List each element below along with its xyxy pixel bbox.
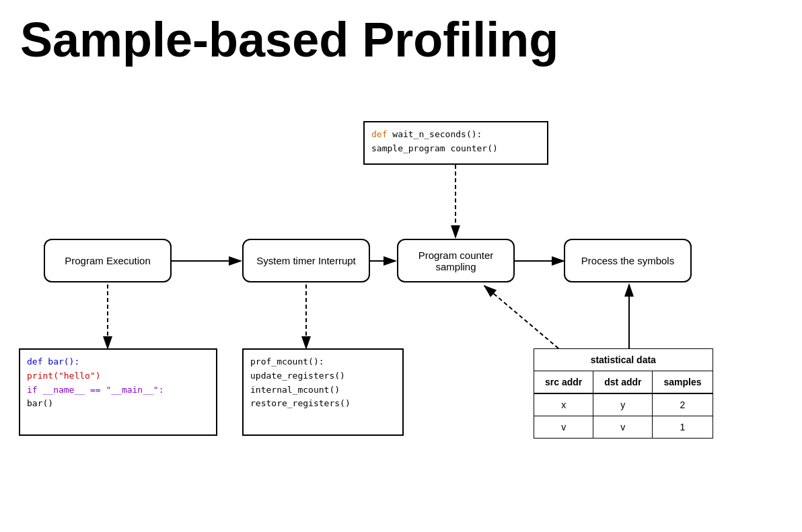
code-bar-line2: print("hello")	[27, 369, 209, 383]
row1-src: x	[534, 393, 593, 416]
code-wait-box: def wait_n_seconds(): sample_program cou…	[363, 121, 548, 165]
row2-src: v	[534, 416, 593, 439]
col-samples: samples	[653, 371, 713, 394]
arrows-svg	[0, 108, 802, 532]
row1-dst: y	[593, 393, 653, 416]
flow-box-prog-exec: Program Execution	[44, 239, 172, 282]
col-src-addr: src addr	[534, 371, 593, 394]
table-col-headers: src addr dst addr samples	[534, 371, 713, 394]
flow-box-sys-timer: System timer Interrupt	[242, 239, 370, 282]
code-prof-line2: update_registers()	[250, 369, 396, 383]
pc-sampling-label: Program counter sampling	[418, 250, 494, 272]
diagram-area: Program Execution System timer Interrupt…	[0, 108, 802, 532]
row1-samples: 2	[653, 393, 713, 416]
code-prof-line4: restore_registers()	[250, 397, 396, 411]
code-bar-line4: bar()	[27, 397, 209, 411]
sys-timer-label: System timer Interrupt	[256, 255, 356, 266]
table-row: v v 1	[534, 416, 713, 439]
code-bar-box: def bar(): print("hello") if __name__ ==…	[19, 348, 217, 436]
row2-dst: v	[593, 416, 653, 439]
code-bar-line1: def bar():	[27, 355, 209, 369]
svg-line-8	[484, 286, 558, 348]
table-header-label: statistical data	[534, 349, 713, 371]
col-dst-addr: dst addr	[593, 371, 653, 394]
code-wait-line2: sample_program counter()	[371, 142, 540, 156]
row2-samples: 1	[653, 416, 713, 439]
table-header-span-row: statistical data	[534, 349, 713, 371]
code-prof-box: prof_mcount(): update_registers() intern…	[242, 348, 404, 436]
statistical-data-table: statistical data src addr dst addr sampl…	[534, 348, 713, 439]
prog-exec-label: Program Execution	[65, 255, 151, 266]
code-prof-line3: internal_mcount()	[250, 383, 396, 397]
code-prof-line1: prof_mcount():	[250, 355, 396, 369]
code-wait-line1: def wait_n_seconds():	[371, 128, 540, 142]
table-row: x y 2	[534, 393, 713, 416]
code-bar-line3: if __name__ == "__main__":	[27, 383, 209, 397]
flow-box-pc-sampling: Program counter sampling	[397, 239, 515, 282]
main-title: Sample-based Profiling	[0, 0, 802, 67]
flow-box-proc-symbols: Process the symbols	[564, 239, 692, 282]
proc-symbols-label: Process the symbols	[581, 255, 674, 266]
